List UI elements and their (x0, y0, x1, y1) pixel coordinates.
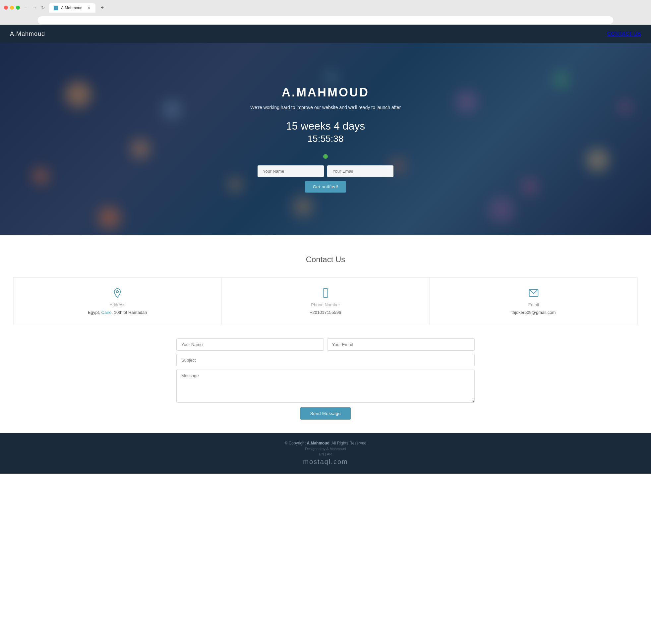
contact-phone-item: Phone Number +201017155596 (222, 278, 430, 325)
tab-title: A.Mahmoud (61, 6, 83, 10)
dot-red[interactable] (4, 6, 8, 10)
address-bar-row (4, 15, 647, 25)
dot-green[interactable] (16, 6, 20, 10)
site-logo: A.Mahmoud (10, 30, 45, 37)
hero-subtitle: We're working hard to improve our websit… (250, 105, 401, 110)
browser-dots (4, 6, 20, 10)
footer-brand-name: A.Mahmoud (307, 441, 330, 446)
form-message-textarea[interactable] (176, 370, 475, 403)
address-label: Address (20, 302, 215, 307)
browser-nav: ← → ↻ (23, 4, 46, 11)
site-wrapper: A.Mahmoud CONTACT US A.MAHMOUD We're wor… (0, 25, 651, 473)
hero-form: Get notified! (250, 165, 401, 192)
site-nav: CONTACT US (607, 31, 641, 37)
site-header: A.Mahmoud CONTACT US (0, 25, 651, 43)
contact-section: Contact Us Address Egypt, Cairo, 10th of… (0, 235, 651, 433)
hero-title: A.MAHMOUD (250, 86, 401, 99)
contact-form: Send Message (176, 338, 475, 420)
hero-content: A.MAHMOUD We're working hard to improve … (244, 72, 407, 206)
footer-designed-by: Designed by A.Mahmoud (7, 447, 644, 451)
email-value: thjoker509@gmail.com (436, 310, 631, 315)
form-email-input[interactable] (327, 338, 475, 351)
hero-dot (323, 154, 328, 159)
phone-icon (228, 288, 423, 298)
form-subject-input[interactable] (176, 354, 475, 366)
footer-copyright: © Copyright A.Mahmoud. All Rights Reserv… (7, 441, 644, 446)
browser-tabs: A.Mahmoud ✕ + (49, 3, 108, 12)
footer-lang: EN | AR (7, 452, 644, 456)
phone-label: Phone Number (228, 302, 423, 307)
address-bar[interactable] (37, 16, 614, 25)
contact-info: Address Egypt, Cairo, 10th of Ramadan Ph… (13, 277, 638, 325)
nav-contact-link[interactable]: CONTACT US (607, 31, 641, 36)
active-tab[interactable]: A.Mahmoud ✕ (49, 3, 95, 12)
form-submit-row: Send Message (176, 407, 475, 420)
hero-name-input[interactable] (257, 165, 324, 177)
svg-rect-1 (323, 289, 328, 298)
hero-section: A.MAHMOUD We're working hard to improve … (0, 43, 651, 235)
address-highlight: Cairo (101, 310, 112, 315)
site-footer: © Copyright A.Mahmoud. All Rights Reserv… (0, 433, 651, 473)
new-tab-button[interactable]: + (96, 3, 108, 12)
address-value: Egypt, Cairo, 10th of Ramadan (20, 310, 215, 315)
footer-mostaql: mostaql.com (7, 458, 644, 466)
refresh-button[interactable]: ↻ (40, 4, 46, 11)
dot-yellow[interactable] (10, 6, 14, 10)
form-name-input[interactable] (176, 338, 324, 351)
hero-countdown-weeks: 15 weeks 4 days (250, 120, 401, 132)
phone-value: +201017155596 (228, 310, 423, 315)
form-submit-button[interactable]: Send Message (300, 407, 351, 420)
tab-close-button[interactable]: ✕ (87, 5, 91, 10)
email-icon (436, 288, 631, 298)
back-button[interactable]: ← (23, 4, 29, 11)
contact-address-item: Address Egypt, Cairo, 10th of Ramadan (13, 278, 222, 325)
forward-button[interactable]: → (31, 4, 38, 11)
hero-inputs (257, 165, 394, 177)
email-label: Email (436, 302, 631, 307)
contact-email-item: Email thjoker509@gmail.com (430, 278, 638, 325)
tab-favicon (54, 6, 58, 10)
location-icon (20, 288, 215, 298)
browser-chrome: ← → ↻ A.Mahmoud ✕ + (0, 0, 651, 25)
hero-countdown-time: 15:55:38 (250, 133, 401, 144)
contact-section-title: Contact Us (13, 255, 638, 264)
svg-point-0 (116, 291, 119, 293)
form-row-name-email (176, 338, 475, 351)
hero-notify-button[interactable]: Get notified! (305, 181, 346, 192)
hero-email-input[interactable] (327, 165, 394, 177)
